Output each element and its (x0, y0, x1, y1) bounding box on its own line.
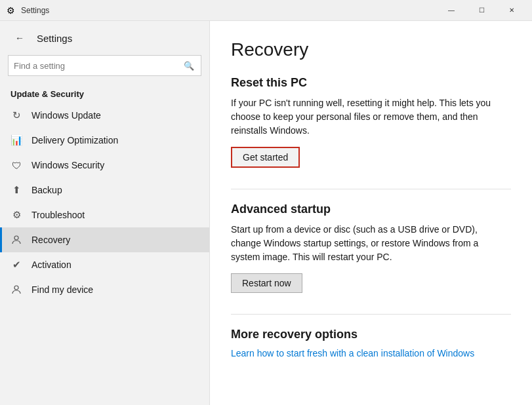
advanced-startup-description: Start up from a device or disc (such as … (231, 223, 506, 264)
sidebar: ← Settings 🔍 Update & Security ↻ Windows… (0, 21, 210, 405)
recovery-icon (10, 234, 22, 246)
titlebar-title: Settings (21, 6, 436, 15)
section-label: Update & Security (0, 84, 209, 103)
sidebar-app-title: Settings (37, 33, 72, 44)
windows-security-icon: 🛡 (10, 159, 22, 171)
sidebar-item-backup[interactable]: ⬆ Backup (0, 178, 209, 202)
search-input[interactable] (14, 61, 182, 71)
delivery-optimization-icon: 📊 (10, 134, 22, 146)
divider-2 (231, 314, 511, 315)
clean-install-link[interactable]: Learn how to start fresh with a clean in… (231, 348, 474, 358)
sidebar-item-label: Find my device (31, 284, 93, 295)
sidebar-item-label: Windows Security (31, 160, 104, 170)
content-area: Recovery Reset this PC If your PC isn't … (210, 21, 532, 405)
advanced-startup-title: Advanced startup (231, 202, 511, 216)
reset-pc-title: Reset this PC (231, 76, 511, 90)
main-layout: ← Settings 🔍 Update & Security ↻ Windows… (0, 21, 532, 405)
svg-point-1 (14, 286, 18, 290)
back-button[interactable]: ← (10, 29, 29, 47)
maximize-button[interactable]: ☐ (466, 0, 497, 21)
restart-now-button[interactable]: Restart now (231, 273, 302, 293)
sidebar-item-activation[interactable]: ✔ Activation (0, 252, 209, 277)
backup-icon: ⬆ (10, 184, 22, 196)
more-options-title: More recovery options (231, 328, 511, 341)
sidebar-item-delivery-optimization[interactable]: 📊 Delivery Optimization (0, 128, 209, 153)
search-box[interactable]: 🔍 (8, 55, 201, 76)
sidebar-item-label: Activation (31, 260, 72, 270)
get-started-button[interactable]: Get started (231, 147, 300, 168)
search-icon[interactable]: 🔍 (182, 59, 195, 72)
sidebar-item-recovery[interactable]: Recovery (0, 227, 209, 252)
settings-icon: ⚙ (5, 5, 16, 16)
sidebar-item-label: Troubleshoot (31, 210, 85, 220)
sidebar-item-label: Backup (31, 185, 62, 195)
sidebar-item-label: Windows Update (31, 110, 101, 121)
troubleshoot-icon: ⚙ (10, 209, 22, 221)
sidebar-item-windows-security[interactable]: 🛡 Windows Security (0, 153, 209, 178)
reset-pc-description: If your PC isn't running well, resetting… (231, 96, 506, 138)
divider-1 (231, 189, 511, 189)
sidebar-item-find-device[interactable]: Find my device (0, 277, 209, 302)
windows-update-icon: ↻ (10, 109, 22, 121)
window-controls: — ☐ ✕ (436, 0, 527, 21)
find-device-icon (10, 284, 22, 296)
activation-icon: ✔ (10, 259, 22, 271)
sidebar-item-label: Recovery (31, 235, 70, 245)
titlebar: ⚙ Settings — ☐ ✕ (0, 0, 532, 21)
sidebar-item-windows-update[interactable]: ↻ Windows Update (0, 103, 209, 128)
sidebar-item-label: Delivery Optimization (31, 135, 118, 145)
sidebar-header: ← Settings (0, 21, 209, 52)
close-button[interactable]: ✕ (497, 0, 527, 21)
minimize-button[interactable]: — (436, 0, 466, 21)
sidebar-item-troubleshoot[interactable]: ⚙ Troubleshoot (0, 202, 209, 227)
page-title: Recovery (231, 39, 511, 60)
svg-point-0 (14, 236, 18, 240)
